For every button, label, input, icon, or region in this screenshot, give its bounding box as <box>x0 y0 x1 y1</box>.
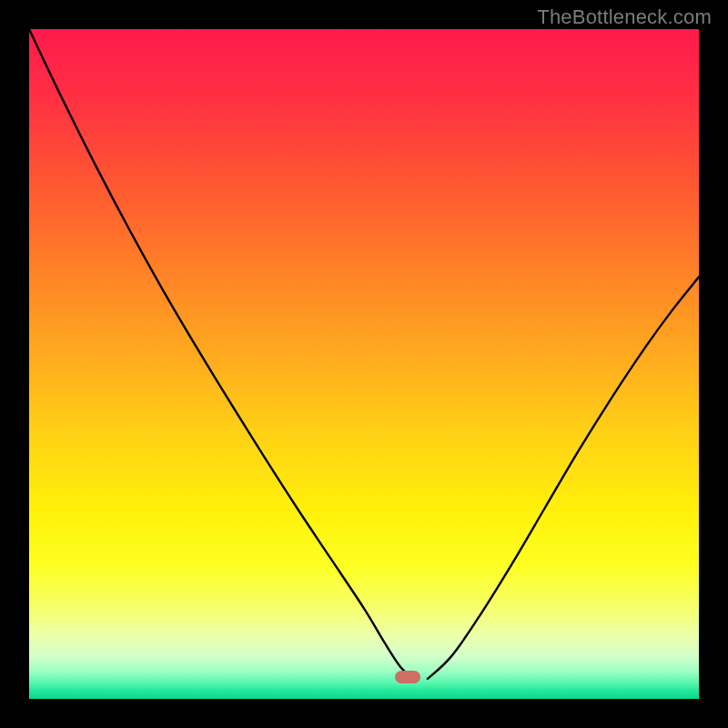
optimal-marker <box>395 671 420 683</box>
curve-right-branch <box>428 277 699 679</box>
chart-frame: TheBottleneck.com <box>0 0 728 728</box>
bottleneck-curve <box>29 29 699 699</box>
curve-left-branch <box>29 29 414 679</box>
watermark-label: TheBottleneck.com <box>537 5 712 29</box>
plot-area <box>29 29 699 699</box>
